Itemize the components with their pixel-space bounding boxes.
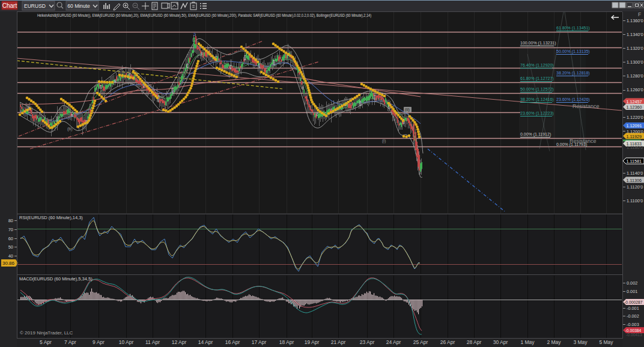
svg-text:1.1260'0: 1.1260'0 [627,87,643,92]
svg-text:-0.00384: -0.00384 [625,328,642,333]
svg-text:1.12091: 1.12091 [627,123,642,128]
svg-text:17 Apr: 17 Apr [252,339,267,345]
svg-text:1.1340'0: 1.1340'0 [627,32,643,37]
svg-text:38.20% (1.12416): 38.20% (1.12416) [520,97,554,102]
svg-text:23.60% (1.12223): 23.60% (1.12223) [520,111,554,116]
svg-text:60 Minute: 60 Minute [67,3,90,9]
svg-text:1.12360: 1.12360 [627,104,642,110]
svg-text:RSI(EURUSD (60 Minute),14,3): RSI(EURUSD (60 Minute),14,3) [19,215,83,220]
svg-text:(b): (b) [67,127,73,131]
svg-text:5 Apr: 5 Apr [40,339,52,345]
svg-text:-0.00413: -0.00413 [626,333,642,337]
svg-text:1 May: 1 May [520,339,535,345]
svg-text:28 Apr: 28 Apr [467,339,482,345]
svg-text:HeikenAshi8(EURUSD (60 Minute): HeikenAshi8(EURUSD (60 Minute)), EMA(EUR… [37,13,371,18]
svg-text:1.1140'0: 1.1140'0 [627,170,643,176]
svg-text:1.1220'0: 1.1220'0 [627,115,643,120]
svg-text:1.1120'0: 1.1120'0 [627,184,643,190]
svg-text:50.00% (1.12572): 50.00% (1.12572) [520,87,554,92]
svg-text:61.80% (1.12727): 61.80% (1.12727) [520,76,554,81]
svg-text:(i): (i) [382,139,386,143]
svg-text:EURUSD: EURUSD [24,3,46,9]
svg-text:14 Apr: 14 Apr [198,339,213,345]
svg-text:60: 60 [8,236,13,241]
svg-text:10 Apr: 10 Apr [119,339,134,345]
svg-text:5 May: 5 May [599,339,613,345]
svg-text:3 May: 3 May [573,339,588,345]
svg-text:61.80% (1.13451): 61.80% (1.13451) [556,26,590,31]
svg-text:1.1100'0: 1.1100'0 [627,198,643,204]
svg-text:1.11306: 1.11306 [627,178,642,183]
svg-text:Resistance: Resistance [573,103,600,109]
svg-text:23 Apr: 23 Apr [360,339,375,345]
svg-text:1.11581: 1.11581 [627,158,642,164]
svg-text:0.00% (1.11912): 0.00% (1.11912) [520,132,551,137]
svg-text:0.002: 0.002 [627,280,637,286]
svg-text:16 Apr: 16 Apr [225,339,240,345]
svg-text:F: F [638,11,641,17]
svg-text:-0.000287: -0.000287 [624,300,643,304]
svg-text:12 Apr: 12 Apr [172,339,187,345]
svg-text:24 Apr: 24 Apr [386,339,401,345]
svg-text:1.1180'0: 1.1180'0 [627,145,643,150]
svg-text:70: 70 [8,227,13,232]
svg-text:80: 80 [8,218,13,223]
svg-text:-0.001: -0.001 [627,306,639,311]
svg-text:23.60% (1.12426): 23.60% (1.12426) [556,97,590,102]
svg-text:9 Apr: 9 Apr [93,339,105,345]
svg-text:1.11929: 1.11929 [627,134,642,139]
svg-text:1.1280'0: 1.1280'0 [627,73,643,79]
svg-text:40: 40 [8,253,13,259]
svg-text:76.40% (1.12920): 76.40% (1.12920) [520,63,554,68]
svg-text:-0.002: -0.002 [627,313,639,319]
svg-text:Chart: Chart [2,2,17,9]
svg-text:25 Apr: 25 Apr [413,339,428,345]
svg-text:30 Apr: 30 Apr [493,339,508,345]
svg-text:© 2019 NinjaTrader, LLC: © 2019 NinjaTrader, LLC [20,330,73,336]
svg-text:1.12457: 1.12457 [627,99,642,104]
svg-text:38.20% (1.12818): 38.20% (1.12818) [556,71,590,76]
svg-text:18 Apr: 18 Apr [279,339,294,345]
svg-text:21 Apr: 21 Apr [331,339,346,345]
svg-text:1.1360'0: 1.1360'0 [627,18,643,23]
svg-text:1.1300'0: 1.1300'0 [627,59,643,65]
svg-text:30.86: 30.86 [2,261,15,266]
svg-text:26 Apr: 26 Apr [440,339,455,345]
svg-text:1.1320'0: 1.1320'0 [627,46,643,51]
svg-text:19 Apr: 19 Apr [305,339,320,345]
svg-text:0.00% (1.11793): 0.00% (1.11793) [556,142,587,147]
svg-text:2 May: 2 May [547,339,561,345]
svg-text:11 Apr: 11 Apr [145,339,160,345]
svg-text:0.001: 0.001 [627,289,637,294]
svg-text:7 Apr: 7 Apr [64,339,76,345]
svg-text:MACD(EURUSD (60 Minute),5,34,5: MACD(EURUSD (60 Minute),5,34,5) [19,276,93,282]
svg-text:50.00% (1.13135): 50.00% (1.13135) [556,49,590,54]
svg-text:100.00% (1.13231): 100.00% (1.13231) [520,41,556,46]
svg-text:-0.003: -0.003 [627,322,639,327]
svg-text:50: 50 [8,244,13,250]
